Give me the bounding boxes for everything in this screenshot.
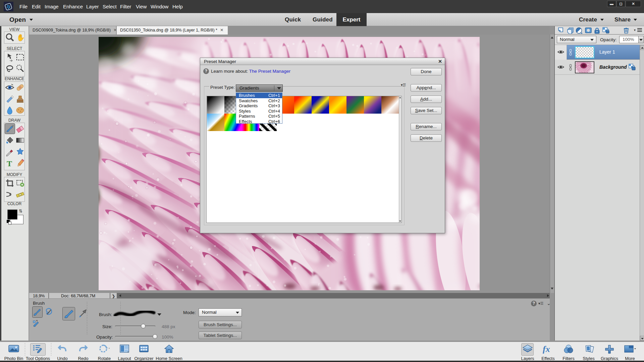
svg-text:fx: fx <box>543 344 550 354</box>
svg-text:✋: ✋ <box>16 34 25 42</box>
svg-text:T: T <box>7 159 12 168</box>
